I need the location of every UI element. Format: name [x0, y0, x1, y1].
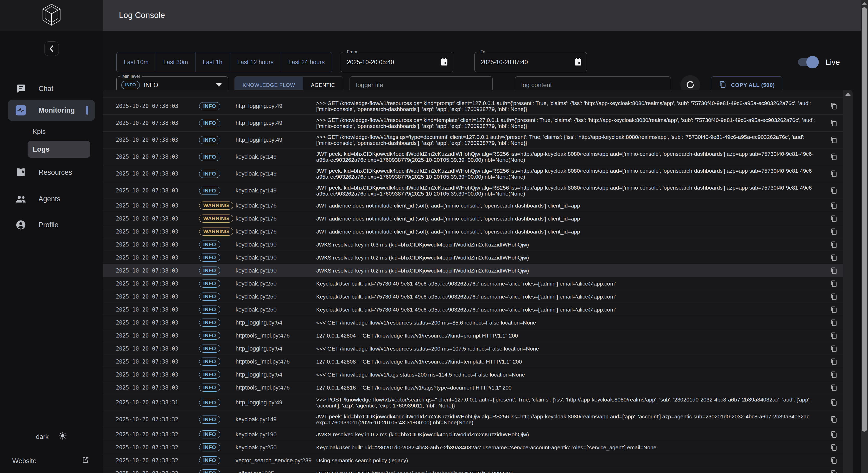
log-message: JWKS resolved key in 0.2 ms (kid=bhxCIDK… — [316, 255, 824, 261]
log-row[interactable]: 2025-10-20 07:38:03 INFO keycloak.py:149… — [103, 182, 843, 199]
copy-row-button[interactable] — [830, 293, 838, 301]
copy-row-button[interactable] — [830, 202, 838, 210]
log-level-badge: INFO — [199, 293, 220, 301]
scroll-up-icon[interactable] — [845, 92, 850, 96]
copy-row-button[interactable] — [830, 153, 838, 161]
log-row[interactable]: 2025-10-20 07:38:32 INFO keycloak.py:149… — [103, 411, 843, 428]
copy-row-button[interactable] — [830, 187, 838, 195]
log-row[interactable]: 2025-10-20 07:38:03 INFO httptools_impl.… — [103, 329, 843, 342]
copy-row-button[interactable] — [830, 345, 838, 352]
log-row[interactable]: 2025-10-20 07:38:03 INFO http_logging.py… — [103, 114, 843, 131]
log-row[interactable]: 2025-10-20 07:38:03 INFO http_logging.py… — [103, 98, 843, 114]
copy-icon — [830, 170, 838, 178]
log-row[interactable]: 2025-10-20 07:38:03 WARNING keycloak.py:… — [103, 212, 843, 225]
log-timestamp: 2025-10-20 07:38:03 — [116, 255, 199, 261]
time-preset-last-30m[interactable]: Last 30m — [156, 52, 196, 72]
log-timestamp: 2025-10-20 07:38:03 — [116, 319, 199, 326]
sidebar-item-resources[interactable]: Resources — [0, 163, 103, 182]
sidebar-item-monitoring[interactable]: Monitoring — [8, 100, 95, 121]
table-scrollbar[interactable] — [843, 90, 852, 473]
sidebar-item-kpis[interactable]: Kpis — [0, 124, 103, 140]
log-message: <<< GET /knowledge-flow/v1/resources sta… — [316, 346, 824, 351]
copy-row-button[interactable] — [830, 470, 838, 473]
copy-row-button[interactable] — [830, 444, 838, 451]
sidebar-item-label: Monitoring — [38, 106, 75, 114]
page-scrollbar-thumb[interactable] — [862, 7, 867, 432]
log-row[interactable]: 2025-10-20 07:38:03 WARNING keycloak.py:… — [103, 225, 843, 238]
log-row[interactable]: 2025-10-20 07:38:03 INFO http_logging.py… — [103, 368, 843, 381]
log-row[interactable]: 2025-10-20 07:38:03 INFO http_logging.py… — [103, 316, 843, 329]
copy-row-button[interactable] — [830, 119, 838, 127]
log-row[interactable]: 2025-10-20 07:38:03 WARNING keycloak.py:… — [103, 199, 843, 212]
log-row[interactable]: 2025-10-20 07:38:03 INFO keycloak.py:190… — [103, 238, 843, 251]
copy-row-button[interactable] — [830, 332, 838, 340]
sidebar-item-profile[interactable]: Profile — [0, 215, 103, 235]
log-row[interactable]: 2025-10-20 07:38:03 INFO keycloak.py:190… — [103, 251, 843, 264]
copy-row-button[interactable] — [830, 136, 838, 144]
log-row[interactable]: 2025-10-20 07:38:32 INFO keycloak.py:190… — [103, 428, 843, 441]
copy-row-button[interactable] — [830, 267, 838, 275]
log-level-badge: INFO — [199, 279, 220, 288]
copy-row-button[interactable] — [830, 415, 838, 423]
log-level-badge: INFO — [199, 240, 220, 248]
log-row[interactable]: 2025-10-20 07:38:03 INFO keycloak.py:149… — [103, 165, 843, 182]
log-row[interactable]: 2025-10-20 07:38:03 INFO httptools_impl.… — [103, 381, 843, 394]
copy-row-button[interactable] — [830, 306, 838, 314]
scrollbar-up-arrow-icon[interactable] — [862, 2, 867, 5]
log-logger-file: http_logging.py:54 — [236, 319, 316, 326]
to-datetime-field[interactable]: To 2025-10-20 07:40 — [474, 52, 587, 72]
from-datetime-field[interactable]: From 2025-10-20 05:40 — [341, 52, 453, 72]
log-message: 127.0.0.1:42808 - "GET /knowledge-flow/v… — [316, 359, 824, 365]
copy-icon — [830, 136, 838, 144]
log-row[interactable]: 2025-10-20 07:38:03 INFO keycloak.py:250… — [103, 290, 843, 303]
copy-icon — [830, 102, 838, 110]
log-row[interactable]: 2025-10-20 07:38:03 INFO http_logging.py… — [103, 131, 843, 148]
copy-row-button[interactable] — [830, 358, 838, 366]
live-toggle[interactable] — [798, 58, 817, 66]
log-row[interactable]: 2025-10-20 07:38:31 INFO http_logging.py… — [103, 394, 843, 411]
copy-row-button[interactable] — [830, 431, 838, 438]
log-row[interactable]: 2025-10-20 07:38:33 INFO _client.py:1025… — [103, 467, 843, 473]
copy-row-button[interactable] — [830, 457, 838, 465]
copy-icon — [830, 415, 838, 423]
sidebar-item-chat[interactable]: Chat — [0, 79, 103, 99]
copy-row-button[interactable] — [830, 215, 838, 223]
log-timestamp: 2025-10-20 07:38:03 — [116, 154, 199, 160]
log-row[interactable]: 2025-10-20 07:38:03 INFO http_logging.py… — [103, 342, 843, 355]
log-row[interactable]: 2025-10-20 07:38:03 INFO keycloak.py:250… — [103, 303, 843, 316]
calendar-icon[interactable] — [440, 58, 448, 67]
calendar-icon[interactable] — [574, 58, 582, 67]
copy-row-button[interactable] — [830, 371, 838, 379]
theme-toggle[interactable]: dark — [0, 432, 103, 442]
sidebar-item-logs[interactable]: Logs — [28, 141, 90, 158]
page-scrollbar[interactable] — [861, 0, 868, 473]
log-logger-file: httptools_impl.py:476 — [236, 332, 316, 339]
time-preset-last-24h[interactable]: Last 24 hours — [281, 52, 332, 72]
website-link[interactable]: Website — [0, 456, 103, 466]
log-message: >>> GET /knowledge-flow/v1/resources qs=… — [316, 117, 824, 129]
copy-icon — [830, 267, 838, 275]
log-row[interactable]: 2025-10-20 07:38:03 INFO httptools_impl.… — [103, 355, 843, 368]
time-preset-last-10m[interactable]: Last 10m — [117, 52, 156, 72]
copy-row-button[interactable] — [830, 241, 838, 248]
sidebar-collapse-button[interactable] — [44, 41, 59, 56]
log-row[interactable]: 2025-10-20 07:38:03 INFO keycloak.py:190… — [103, 264, 843, 277]
copy-row-button[interactable] — [830, 319, 838, 327]
sidebar-item-agents[interactable]: Agents — [0, 189, 103, 209]
copy-row-button[interactable] — [830, 384, 838, 392]
sidebar-logo-area — [0, 0, 103, 31]
sidebar-body: Chat Monitoring Kpis — [0, 31, 103, 473]
copy-row-button[interactable] — [830, 280, 838, 288]
time-preset-last-1h[interactable]: Last 1h — [195, 52, 230, 72]
active-indicator — [86, 106, 88, 115]
copy-row-button[interactable] — [830, 399, 838, 406]
copy-row-button[interactable] — [830, 254, 838, 262]
copy-row-button[interactable] — [830, 228, 838, 236]
log-row[interactable]: 2025-10-20 07:38:03 INFO keycloak.py:250… — [103, 277, 843, 290]
log-row[interactable]: 2025-10-20 07:38:32 INFO keycloak.py:250… — [103, 441, 843, 454]
time-preset-last-12h[interactable]: Last 12 hours — [230, 52, 281, 72]
log-row[interactable]: 2025-10-20 07:38:32 INFO vector_search_s… — [103, 454, 843, 467]
copy-row-button[interactable] — [830, 170, 838, 178]
log-row[interactable]: 2025-10-20 07:38:03 INFO keycloak.py:149… — [103, 148, 843, 165]
copy-row-button[interactable] — [830, 102, 838, 110]
